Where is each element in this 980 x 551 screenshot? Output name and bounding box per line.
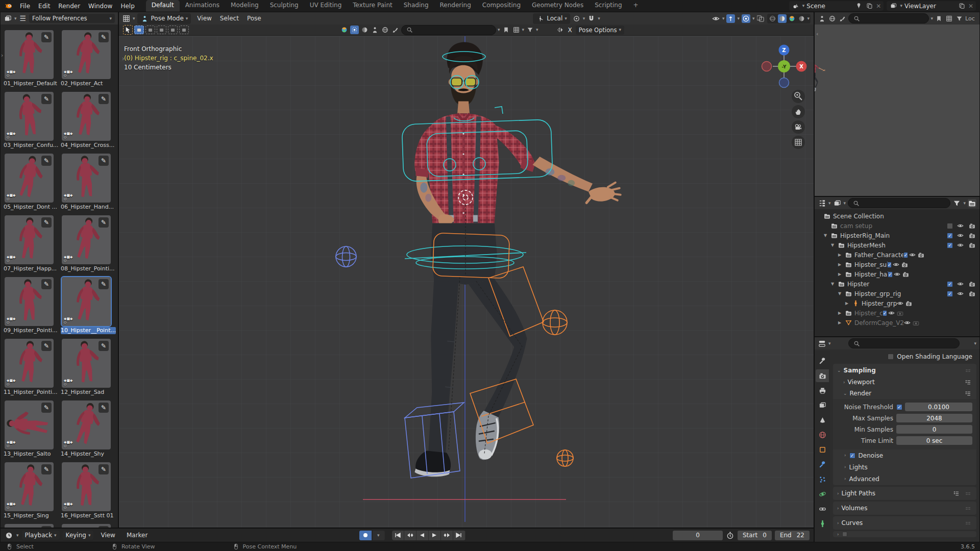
jump-to-start-button[interactable] — [392, 531, 404, 540]
asset-label-10[interactable]: 10_Hipster__Point... — [61, 327, 116, 334]
disclosure-icon[interactable]: ▶ — [838, 320, 844, 325]
half-sphere-icon[interactable] — [360, 26, 369, 34]
editor-type-icon[interactable] — [4, 14, 12, 23]
menu-window[interactable]: Window — [84, 2, 116, 11]
asset-label-4[interactable]: 04_Hipster_Cross... — [61, 142, 116, 149]
hide-eye-icon[interactable] — [896, 299, 904, 308]
noise-threshold-checkbox[interactable]: ✓ — [896, 404, 902, 410]
properties-tab-object[interactable] — [816, 443, 829, 456]
shading-material-icon[interactable] — [788, 14, 796, 23]
select-mode-new-icon[interactable] — [134, 26, 144, 34]
bookmark-icon[interactable] — [502, 26, 510, 34]
toggle-xray-icon[interactable] — [756, 14, 765, 23]
next-keyframe-button[interactable] — [441, 531, 453, 540]
render-camera-icon[interactable] — [904, 299, 913, 308]
preset-icon[interactable] — [964, 389, 972, 398]
properties-tab-particles[interactable] — [816, 473, 829, 486]
subpanel-viewport[interactable]: ›Viewport — [833, 377, 976, 388]
pin-icon[interactable] — [854, 2, 863, 10]
edit-pose-icon[interactable]: ✎ — [41, 217, 52, 228]
edit-pose-icon[interactable]: ✎ — [99, 156, 109, 166]
edit-pose-icon[interactable]: ✎ — [41, 32, 52, 42]
asset-thumbnail-15[interactable]: ✎◆■◆◇ — [5, 462, 54, 511]
scene-selector[interactable]: ▾ Scene ✕ — [789, 1, 884, 11]
frame-select-icon[interactable] — [350, 26, 359, 34]
show-overlays-icon[interactable] — [742, 14, 750, 23]
asset-thumbnail-13[interactable]: ✎◆■◆◇ — [5, 400, 54, 449]
playback-menu[interactable]: Playback▾ — [22, 531, 60, 540]
viewlayer-selector[interactable]: ▾ ViewLayer ✕ — [887, 1, 976, 11]
asset-thumbnail-3[interactable]: ✎◆■◆◇ — [5, 92, 54, 141]
viewport-canvas[interactable]: Z X -Y › Front Orthographic (0) Hipster_… — [119, 36, 814, 528]
subpanel-render[interactable]: ⌄Render — [833, 388, 976, 399]
hide-eye-icon[interactable] — [908, 251, 917, 259]
show-gizmo-icon[interactable] — [726, 14, 735, 23]
outliner-search-input[interactable] — [848, 198, 950, 208]
render-camera-icon[interactable] — [901, 270, 910, 279]
panel-cut-off[interactable]: › — [833, 531, 976, 537]
asset-label-12[interactable]: 12_Hipster_Sad — [61, 389, 116, 396]
asset-thumbnail-10[interactable]: ✎◆■◆◇ — [62, 277, 111, 326]
render-camera-icon[interactable] — [968, 221, 976, 230]
preview-search-input[interactable] — [848, 13, 929, 23]
outliner-row-hipster[interactable]: ▼Hipster✓ — [817, 279, 978, 289]
asset-thumbnail-14[interactable]: ✎◆■◆◇ — [62, 400, 111, 449]
blender-logo[interactable] — [4, 2, 13, 10]
properties-tab-render[interactable] — [816, 369, 829, 382]
tool-search-input[interactable] — [401, 25, 496, 35]
properties-tab-tool[interactable] — [816, 355, 829, 367]
play-button[interactable] — [429, 531, 441, 540]
workspace-tab-sculpting[interactable]: Sculpting — [264, 0, 304, 12]
new-scene-icon[interactable] — [865, 2, 874, 10]
asset-thumbnail-1[interactable]: ✎◆■◆◇ — [5, 30, 54, 79]
edit-pose-icon[interactable]: ✎ — [99, 94, 109, 104]
edit-pose-icon[interactable]: ✎ — [41, 279, 52, 289]
properties-tab-modifiers[interactable] — [816, 458, 829, 471]
max-samples-field[interactable]: 2048 — [896, 414, 972, 422]
properties-tab-physics[interactable] — [816, 488, 829, 500]
edit-pose-icon[interactable]: ✎ — [99, 217, 109, 228]
edit-pose-icon[interactable]: ✎ — [99, 403, 109, 413]
start-frame-field[interactable]: Start 0 — [738, 531, 772, 540]
preview-display-icon[interactable] — [945, 14, 953, 23]
panel-sampling[interactable]: ⌄Sampling — [833, 364, 976, 377]
brush-icon[interactable] — [391, 26, 400, 34]
outliner-row-hipster_hair[interactable]: ▶Hipster_hair✓ — [817, 269, 978, 279]
selectable-checkbox[interactable]: ✓ — [888, 271, 893, 278]
select-mode-extend-icon[interactable] — [145, 26, 155, 34]
properties-editor-icon[interactable] — [818, 339, 826, 348]
render-camera-icon[interactable] — [968, 280, 976, 288]
preview-bookmark-icon[interactable] — [935, 14, 943, 23]
workspace-tab-rendering[interactable]: Rendering — [434, 0, 477, 12]
panel-light-paths[interactable]: ›Light Paths — [833, 487, 976, 500]
disclosure-icon[interactable]: ▼ — [838, 291, 844, 296]
hide-eye-icon[interactable] — [956, 221, 965, 230]
hide-eye-icon[interactable] — [956, 241, 965, 249]
timeline-view-menu[interactable]: View — [96, 531, 119, 540]
disclosure-icon[interactable]: ▶ — [838, 253, 844, 257]
edit-pose-icon[interactable]: ✎ — [99, 341, 109, 351]
edit-pose-icon[interactable]: ✎ — [99, 464, 109, 474]
denoise-checkbox[interactable]: ✓ — [849, 453, 855, 459]
asset-label-13[interactable]: 13_Hipster_Salto — [4, 450, 59, 458]
asset-label-14[interactable]: 14_Hipster_Shy — [61, 450, 116, 458]
time-limit-field[interactable]: 0 sec — [896, 436, 972, 445]
panel-curves[interactable]: ›Curves — [833, 516, 976, 530]
shading-wireframe-icon[interactable] — [768, 14, 777, 23]
outliner-row-scene-collection[interactable]: Scene Collection — [817, 211, 978, 221]
people-icon[interactable] — [371, 26, 379, 34]
asset-thumbnail-11[interactable]: ✎◆■◆◇ — [5, 339, 54, 388]
render-camera-icon[interactable] — [968, 241, 976, 249]
properties-tab-scene[interactable] — [816, 414, 829, 427]
mirror-axis-toggle[interactable]: X — [566, 27, 574, 34]
outliner-row-hipsterrig_main[interactable]: ▼HipsterRig_Main✓ — [817, 231, 978, 240]
subsection-lights[interactable]: ›Lights — [833, 461, 976, 473]
selectable-checkbox[interactable]: ✓ — [903, 252, 909, 258]
hide-eye-icon[interactable] — [892, 260, 900, 269]
asset-label-1[interactable]: 01_Hipster_Default — [4, 80, 59, 87]
select-mode-invert-icon[interactable] — [168, 26, 178, 34]
selectable-checkbox[interactable]: ✓ — [887, 262, 892, 268]
asset-label-8[interactable]: 08_Hipster_Pointi... — [61, 265, 116, 272]
workspace-tab-scripting[interactable]: Scripting — [589, 0, 627, 12]
outliner-row-hipster_grp[interactable]: ▶Hipster_grp — [817, 298, 978, 308]
